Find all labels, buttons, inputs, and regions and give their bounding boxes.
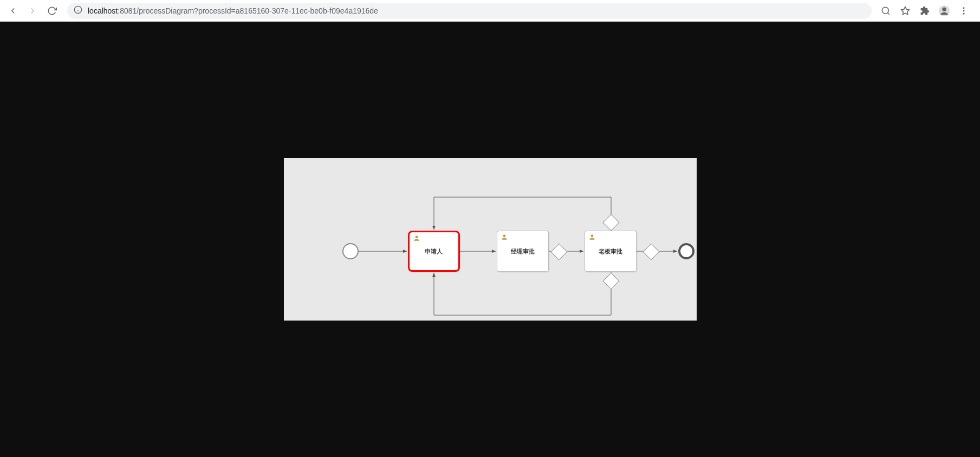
forward-button[interactable]	[24, 2, 41, 19]
svg-point-8	[963, 7, 965, 9]
gateway-1	[550, 243, 567, 260]
task-label: 老板审批	[599, 247, 622, 256]
task-boss-approval: 老板审批	[585, 231, 637, 272]
address-bar[interactable]: localhost:8081/processDiagram?processId=…	[67, 3, 872, 19]
svg-point-20	[503, 234, 505, 237]
svg-line-4	[887, 12, 889, 14]
gateway-4	[642, 243, 659, 260]
user-icon	[501, 233, 508, 241]
svg-point-21	[590, 234, 593, 237]
svg-point-9	[963, 10, 965, 11]
task-label: 申请人	[425, 247, 443, 256]
svg-point-10	[963, 12, 965, 14]
back-button[interactable]	[4, 2, 22, 19]
svg-point-3	[882, 7, 888, 14]
profile-avatar-icon[interactable]	[937, 3, 952, 18]
svg-point-19	[415, 236, 418, 238]
user-icon	[413, 234, 420, 242]
task-label: 经理审批	[511, 247, 535, 256]
user-icon	[588, 233, 596, 241]
browser-toolbar: localhost:8081/processDiagram?processId=…	[0, 0, 980, 22]
start-event	[342, 243, 359, 259]
url-text: localhost:8081/processDiagram?processId=…	[88, 6, 378, 15]
process-diagram: 申请人 经理审批 老板审批	[284, 158, 697, 321]
svg-marker-5	[901, 6, 910, 14]
site-info-icon[interactable]	[74, 5, 82, 16]
gateway-2	[602, 214, 619, 231]
task-manager-approval: 经理审批	[497, 231, 549, 272]
gateway-3	[602, 272, 619, 289]
toolbar-right	[878, 3, 976, 18]
task-applicant: 申请人	[408, 231, 460, 272]
zoom-icon[interactable]	[878, 3, 893, 18]
menu-icon[interactable]	[956, 3, 971, 18]
extensions-icon[interactable]	[917, 3, 932, 18]
bookmark-star-icon[interactable]	[898, 3, 913, 18]
content-area: 申请人 经理审批 老板审批	[0, 22, 980, 457]
end-event	[678, 243, 695, 259]
svg-point-7	[942, 7, 946, 11]
reload-button[interactable]	[43, 2, 61, 19]
